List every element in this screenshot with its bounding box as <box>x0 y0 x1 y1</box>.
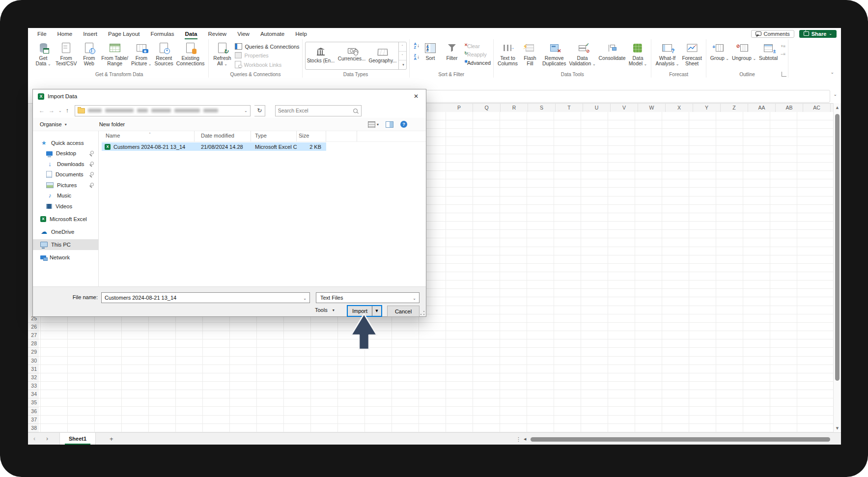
column-header[interactable]: T <box>556 104 583 112</box>
properties-button[interactable]: Properties <box>235 52 299 58</box>
row-header[interactable]: 30 <box>28 357 39 365</box>
column-header[interactable]: R <box>501 104 528 112</box>
expand-formula-bar-chevron[interactable]: ⌄ <box>833 92 837 97</box>
search-input[interactable] <box>276 106 349 116</box>
file-row-selected[interactable]: XCustomers 2024-08-21 13_14 21/08/2024 1… <box>102 142 326 151</box>
forecast-sheet-button[interactable]: Forecast Sheet <box>680 40 703 66</box>
flash-fill-button[interactable]: Flash Fill <box>519 40 541 66</box>
previous-sheet-button[interactable]: ‹ <box>28 435 41 442</box>
share-button[interactable]: Share ⌄ <box>799 30 837 38</box>
existing-connections-button[interactable]: Existing Connections <box>175 40 206 66</box>
recent-locations-chevron[interactable]: ⌄ <box>58 109 62 113</box>
scroll-up-arrow[interactable]: ▲ <box>834 103 841 112</box>
column-header[interactable]: Q <box>473 104 501 112</box>
sidebar-item[interactable]: Documents <box>33 169 98 180</box>
hide-detail-button[interactable]: −≡ <box>781 52 785 56</box>
sort-descending-button[interactable]: ZA↓ <box>414 54 420 60</box>
horizontal-scroll-thumb[interactable] <box>531 437 830 442</box>
menu-tab[interactable]: Data <box>180 28 203 39</box>
column-header[interactable]: W <box>638 104 666 112</box>
column-header[interactable]: U <box>583 104 611 112</box>
sidebar-item[interactable]: Network <box>33 252 98 263</box>
currencies-data-type[interactable]: Currencies... <box>336 42 367 69</box>
what-if-analysis-button[interactable]: What-If Analysis <box>654 40 680 67</box>
address-bar[interactable]: ⌄ <box>75 105 251 116</box>
vertical-scroll-thumb[interactable] <box>835 114 840 381</box>
scroll-left-arrow[interactable]: ◀ <box>524 437 526 441</box>
menu-tab[interactable]: Automate <box>255 28 290 39</box>
text-to-columns-button[interactable]: Text to Columns <box>496 40 519 66</box>
from-text-csv-button[interactable]: From Text/CSV <box>54 40 78 66</box>
row-header[interactable]: 28 <box>28 339 39 348</box>
geography-data-type[interactable]: Geography... <box>367 42 398 69</box>
gallery-down-button[interactable]: ˅ <box>399 52 406 61</box>
sidebar-item[interactable]: Microsoft Excel <box>33 214 98 224</box>
cancel-button[interactable]: Cancel <box>387 306 420 317</box>
clear-filter-button[interactable]: ✕Clear <box>465 43 491 49</box>
organise-chevron[interactable]: ▾ <box>65 122 67 127</box>
data-model-button[interactable]: Data Model <box>627 40 648 67</box>
column-header[interactable]: Z <box>721 104 748 112</box>
from-picture-button[interactable]: From Picture <box>130 40 153 67</box>
queries-connections-button[interactable]: Queries & Connections <box>235 43 299 50</box>
row-header[interactable]: 31 <box>28 365 39 373</box>
column-header-type[interactable]: Type <box>251 131 297 141</box>
sidebar-item[interactable]: This PC <box>33 239 98 250</box>
scrollbar-resize-handle[interactable]: ⋮ <box>516 436 521 443</box>
row-header[interactable]: 32 <box>28 373 39 382</box>
resize-grip[interactable] <box>420 311 424 315</box>
organise-button[interactable]: Organise <box>40 121 62 127</box>
sidebar-item[interactable]: Videos <box>33 201 98 212</box>
sort-ascending-button[interactable]: AZ↓ <box>414 42 420 49</box>
group-button[interactable]: Group <box>709 40 730 61</box>
sheet-tab-active[interactable]: Sheet1 <box>59 433 96 445</box>
show-detail-button[interactable]: +≡ <box>781 44 785 48</box>
sidebar-item[interactable]: Quick access <box>33 138 98 148</box>
menu-tab[interactable]: Page Layout <box>103 28 145 39</box>
advanced-filter-button[interactable]: ✱Advanced <box>465 60 491 66</box>
scroll-down-arrow[interactable]: ▼ <box>834 424 841 432</box>
row-header[interactable]: 33 <box>28 382 39 390</box>
column-header[interactable]: AC <box>803 104 831 112</box>
column-header[interactable]: AA <box>748 104 776 112</box>
file-type-combo[interactable]: Text Files ⌄ <box>316 292 420 303</box>
workbook-links-button[interactable]: Workbook Links <box>235 61 299 68</box>
column-header[interactable]: Y <box>693 104 721 112</box>
data-validation-button[interactable]: ✓⊘Data Validation <box>567 40 597 67</box>
menu-tab[interactable]: Help <box>290 28 312 39</box>
row-header[interactable]: 27 <box>28 331 39 339</box>
next-sheet-button[interactable]: › <box>41 435 54 442</box>
gallery-up-button[interactable]: ˄ <box>399 42 406 52</box>
menu-tab[interactable]: View <box>232 28 255 39</box>
column-header[interactable]: V <box>611 104 638 112</box>
column-header[interactable]: P <box>446 104 473 112</box>
column-header-name[interactable]: Name˄ <box>102 131 195 141</box>
column-header[interactable]: S <box>528 104 556 112</box>
vertical-scrollbar[interactable]: ▲ ▼ <box>833 103 841 432</box>
file-name-dropdown-chevron[interactable]: ⌄ <box>303 296 307 301</box>
row-header[interactable]: 37 <box>28 416 39 424</box>
sidebar-item[interactable]: Downloads <box>33 159 98 169</box>
row-header[interactable]: 36 <box>28 407 39 416</box>
menu-tab[interactable]: Review <box>202 28 232 39</box>
address-dropdown-chevron[interactable]: ⌄ <box>244 109 248 113</box>
menu-tab[interactable]: Insert <box>78 28 103 39</box>
dialog-close-button[interactable]: ✕ <box>406 89 426 103</box>
from-web-button[interactable]: From Web <box>78 40 100 66</box>
preview-pane-button[interactable] <box>386 121 393 128</box>
row-header[interactable]: 26 <box>28 323 39 331</box>
row-header[interactable]: 34 <box>28 390 39 398</box>
ungroup-button[interactable]: Ungroup <box>730 40 757 61</box>
row-header[interactable]: 38 <box>28 424 39 432</box>
comments-button[interactable]: Comments <box>751 30 794 38</box>
from-table-range-button[interactable]: From Table/ Range <box>100 40 130 66</box>
filter-button[interactable]: Filter <box>441 40 463 61</box>
horizontal-scrollbar[interactable]: ⋮ ◀ <box>531 436 830 442</box>
up-arrow-icon[interactable]: ↑ <box>66 107 69 114</box>
file-name-input[interactable] <box>102 293 305 303</box>
recent-sources-button[interactable]: Recent Sources <box>153 40 175 66</box>
menu-tab[interactable]: Home <box>52 28 78 39</box>
view-mode-button[interactable]: ▾ <box>368 121 379 128</box>
help-button[interactable]: ? <box>400 121 407 128</box>
remove-duplicates-button[interactable]: Remove Duplicates <box>541 40 568 66</box>
